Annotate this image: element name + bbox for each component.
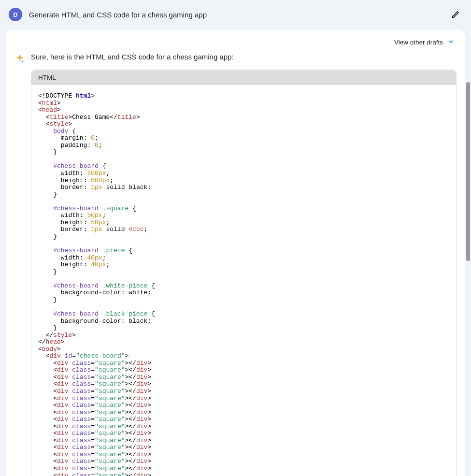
code-content[interactable]: <!DOCTYPE html> <html> <head> <title>Che… — [31, 85, 456, 476]
user-prompt-row: D Generate HTML and CSS code for a chess… — [6, 3, 465, 30]
pencil-icon — [451, 10, 460, 19]
code-block: HTML <!DOCTYPE html> <html> <head> <titl… — [31, 70, 457, 476]
chevron-down-icon[interactable] — [447, 38, 455, 47]
user-prompt-text: Generate HTML and CSS code for a chess g… — [29, 11, 449, 19]
sparkle-icon — [14, 54, 25, 64]
scrollbar-thumb[interactable] — [466, 82, 470, 261]
view-drafts-button[interactable]: View other drafts — [394, 39, 443, 46]
svg-point-0 — [22, 61, 24, 63]
reply-intro-text: Sure, here is the HTML and CSS code for … — [31, 53, 457, 61]
code-language-label: HTML — [31, 70, 456, 85]
scrollbar[interactable] — [466, 82, 470, 261]
assistant-reply-card: View other drafts Sure, here is the HTML… — [6, 30, 465, 476]
user-avatar: D — [9, 8, 22, 21]
edit-prompt-button[interactable] — [449, 8, 462, 21]
